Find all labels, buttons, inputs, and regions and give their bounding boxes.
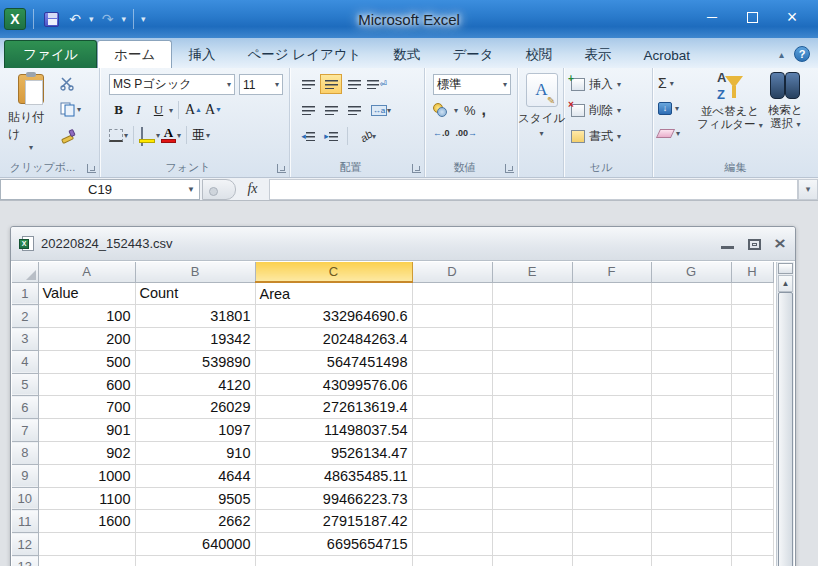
cell-A2[interactable]: 100 xyxy=(38,305,135,328)
align-top-button[interactable] xyxy=(297,74,319,94)
scroll-up-icon[interactable]: ▲ xyxy=(778,275,793,292)
cell-A13[interactable] xyxy=(38,556,135,566)
cell-D5[interactable] xyxy=(412,373,492,396)
clipboard-dialog-launcher-icon[interactable] xyxy=(87,164,96,173)
cell-E11[interactable] xyxy=(492,510,572,533)
copy-dropdown-icon[interactable]: ▾ xyxy=(77,105,81,114)
cell-B4[interactable]: 539890 xyxy=(135,350,255,373)
row-header-12[interactable]: 12 xyxy=(12,533,38,556)
cell-A7[interactable]: 901 xyxy=(38,419,135,442)
cell-F7[interactable] xyxy=(572,419,651,442)
cell-D4[interactable] xyxy=(412,350,492,373)
font-dialog-launcher-icon[interactable] xyxy=(277,164,286,173)
cell-B7[interactable]: 1097 xyxy=(135,419,255,442)
cut-button[interactable] xyxy=(60,76,75,91)
cell-C7[interactable]: 11498037.54 xyxy=(255,419,412,442)
cell-D13[interactable] xyxy=(412,556,492,566)
wrap-text-button[interactable]: ⏎ xyxy=(366,74,388,94)
align-right-button[interactable] xyxy=(343,100,365,120)
cell-D8[interactable] xyxy=(412,442,492,465)
cell-B2[interactable]: 31801 xyxy=(135,305,255,328)
find-select-button[interactable]: 検索と選択 ▾ xyxy=(768,72,803,131)
row-header-4[interactable]: 4 xyxy=(12,350,38,373)
decrease-indent-button[interactable]: ◂ xyxy=(297,126,319,146)
tab-review[interactable]: 校閲 xyxy=(510,42,569,68)
undo-dropdown-icon[interactable]: ▾ xyxy=(89,14,94,24)
cell-A9[interactable]: 1000 xyxy=(38,464,135,487)
cell-A11[interactable]: 1600 xyxy=(38,510,135,533)
cell-H7[interactable] xyxy=(731,419,773,442)
cell-H13[interactable] xyxy=(731,556,773,566)
cell-E1[interactable] xyxy=(492,282,572,305)
close-button[interactable]: × xyxy=(772,0,812,34)
cell-C1[interactable]: Area xyxy=(255,282,412,305)
cell-E2[interactable] xyxy=(492,305,572,328)
row-header-3[interactable]: 3 xyxy=(12,328,38,351)
cell-H2[interactable] xyxy=(731,305,773,328)
tab-data[interactable]: データ xyxy=(436,42,509,68)
split-box[interactable] xyxy=(778,263,793,274)
cell-C9[interactable]: 48635485.11 xyxy=(255,464,412,487)
underline-dropdown-icon[interactable]: ▾ xyxy=(169,106,173,115)
column-header-C[interactable]: C xyxy=(255,262,412,282)
cell-E6[interactable] xyxy=(492,396,572,419)
cell-G1[interactable] xyxy=(651,282,731,305)
cell-G3[interactable] xyxy=(651,328,731,351)
cell-G7[interactable] xyxy=(651,419,731,442)
cell-C2[interactable]: 332964690.6 xyxy=(255,305,412,328)
name-box[interactable]: C19 ▼ xyxy=(0,179,200,200)
save-button[interactable] xyxy=(41,9,61,29)
cell-G2[interactable] xyxy=(651,305,731,328)
increase-decimal-button[interactable]: ←.0 xyxy=(433,128,450,138)
cell-G5[interactable] xyxy=(651,373,731,396)
column-header-E[interactable]: E xyxy=(492,262,572,282)
cell-C11[interactable]: 27915187.42 xyxy=(255,510,412,533)
row-header-10[interactable]: 10 xyxy=(12,487,38,510)
tab-formulas[interactable]: 数式 xyxy=(377,42,436,68)
cell-F10[interactable] xyxy=(572,487,651,510)
cell-H5[interactable] xyxy=(731,373,773,396)
cell-C4[interactable]: 5647451498 xyxy=(255,350,412,373)
format-painter-button[interactable] xyxy=(60,128,76,144)
scrollbar-thumb[interactable] xyxy=(778,292,793,566)
cell-C3[interactable]: 202484263.4 xyxy=(255,328,412,351)
cell-A8[interactable]: 902 xyxy=(38,442,135,465)
cell-G8[interactable] xyxy=(651,442,731,465)
cell-B3[interactable]: 19342 xyxy=(135,328,255,351)
row-header-6[interactable]: 6 xyxy=(12,396,38,419)
cell-D9[interactable] xyxy=(412,464,492,487)
tab-acrobat[interactable]: Acrobat xyxy=(628,42,707,68)
fill-color-icon[interactable] xyxy=(139,128,155,143)
cell-E13[interactable] xyxy=(492,556,572,566)
document-title-bar[interactable]: X 20220824_152443.csv × xyxy=(11,227,795,261)
cell-H11[interactable] xyxy=(731,510,773,533)
cell-F4[interactable] xyxy=(572,350,651,373)
align-center-button[interactable] xyxy=(320,100,342,120)
grow-font-button[interactable]: A▲ xyxy=(184,100,203,120)
paste-dropdown-icon[interactable]: ▾ xyxy=(29,143,33,152)
row-header-2[interactable]: 2 xyxy=(12,305,38,328)
cell-A4[interactable]: 500 xyxy=(38,350,135,373)
currency-dropdown-icon[interactable]: ▾ xyxy=(454,106,458,115)
cell-B13[interactable] xyxy=(135,556,255,566)
minimize-button[interactable]: ─ xyxy=(692,0,732,34)
cell-G11[interactable] xyxy=(651,510,731,533)
cell-A1[interactable]: Value xyxy=(38,282,135,305)
doc-restore-button[interactable] xyxy=(748,239,761,250)
cell-B1[interactable]: Count xyxy=(135,282,255,305)
cell-F5[interactable] xyxy=(572,373,651,396)
align-middle-button[interactable] xyxy=(320,74,342,94)
help-icon[interactable]: ? xyxy=(794,46,810,62)
borders-dropdown-icon[interactable]: ▾ xyxy=(124,131,128,140)
cell-C6[interactable]: 272613619.4 xyxy=(255,396,412,419)
doc-close-button[interactable]: × xyxy=(774,234,785,254)
maximize-button[interactable] xyxy=(732,0,772,34)
cell-styles-button[interactable]: A スタイル ▾ xyxy=(523,73,560,161)
borders-icon[interactable] xyxy=(109,129,123,142)
cell-E9[interactable] xyxy=(492,464,572,487)
column-header-D[interactable]: D xyxy=(412,262,492,282)
column-header-F[interactable]: F xyxy=(572,262,651,282)
phonetic-dropdown-icon[interactable]: ▾ xyxy=(206,131,210,140)
font-name-combo[interactable]: MS Pゴシック▾ xyxy=(109,74,235,95)
cell-styles-dropdown-icon[interactable]: ▾ xyxy=(539,129,543,138)
